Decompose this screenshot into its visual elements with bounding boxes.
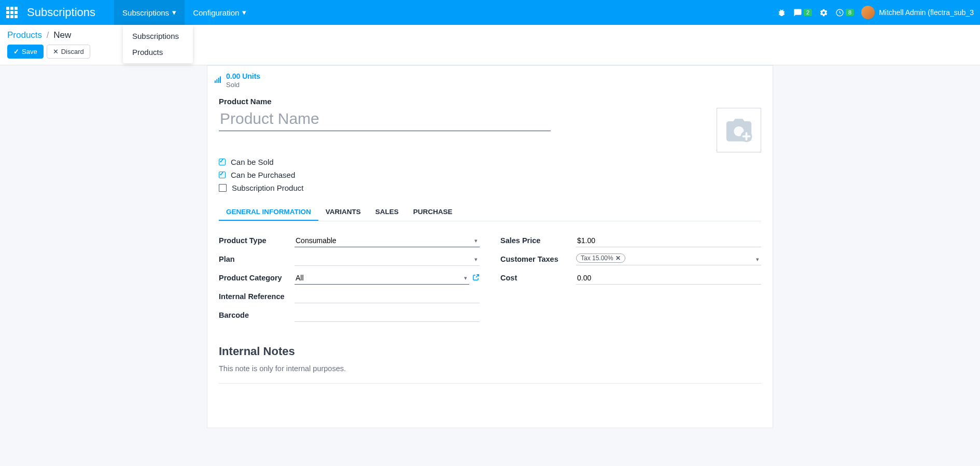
messages-icon[interactable]: 2 xyxy=(793,8,812,17)
left-column: Product Type ▾ Plan ▾ Product Category xyxy=(219,233,480,326)
nav-item-label: Subscriptions xyxy=(122,8,169,17)
label-plan: Plan xyxy=(219,255,295,264)
bars-icon xyxy=(214,76,222,86)
user-name: Mitchell Admin (flectra_sub_3 xyxy=(879,8,974,17)
bug-icon[interactable] xyxy=(777,8,786,17)
chevron-down-icon: ▾ xyxy=(756,256,759,262)
dropdown-item-subscriptions[interactable]: Subscriptions xyxy=(123,28,193,44)
subscriptions-dropdown: Subscriptions Products xyxy=(123,25,193,63)
chevron-down-icon: ▾ xyxy=(172,8,176,17)
notes-placeholder[interactable]: This note is only for internal purposes. xyxy=(219,364,761,384)
form-sheet: 0.00 Units Sold Product Name Can be Sold xyxy=(207,65,773,428)
svg-rect-4 xyxy=(220,76,221,83)
check-can-be-sold: Can be Sold xyxy=(219,158,761,166)
tag-remove-icon[interactable]: ✕ xyxy=(615,255,621,262)
checkbox-purchased[interactable] xyxy=(219,172,226,178)
title-label: Product Name xyxy=(219,97,761,106)
stat-button-row: 0.00 Units Sold xyxy=(207,66,773,91)
check-subscription-product: Subscription Product xyxy=(219,183,761,192)
navbar: Subscriptions Subscriptions ▾ Configurat… xyxy=(0,0,980,25)
nav-item-subscriptions[interactable]: Subscriptions ▾ xyxy=(114,0,185,25)
label-internal-ref: Internal Reference xyxy=(219,292,295,302)
breadcrumb-parent[interactable]: Products xyxy=(7,30,42,40)
messages-badge: 2 xyxy=(804,9,812,16)
discard-label: Discard xyxy=(61,48,84,55)
gears-icon[interactable] xyxy=(819,8,828,17)
field-product-type: Product Type ▾ xyxy=(219,233,480,248)
stat-sold[interactable]: 0.00 Units Sold xyxy=(207,70,267,91)
input-category[interactable] xyxy=(295,272,469,285)
label-barcode: Barcode xyxy=(219,310,295,320)
input-internal-ref[interactable] xyxy=(295,290,480,303)
input-product-type[interactable] xyxy=(295,234,480,247)
save-label: Save xyxy=(22,48,37,55)
chevron-down-icon: ▾ xyxy=(242,8,246,17)
activities-icon[interactable]: 8 xyxy=(835,8,854,17)
field-category: Product Category ▾ xyxy=(219,270,480,286)
navbar-right: 2 8 Mitchell Admin (flectra_sub_3 xyxy=(777,6,974,19)
tag-label: Tax 15.00% xyxy=(581,255,613,262)
user-menu[interactable]: Mitchell Admin (flectra_sub_3 xyxy=(861,6,974,19)
camera-plus-icon xyxy=(724,115,754,145)
section-internal-notes: Internal Notes xyxy=(219,345,761,358)
label-sales-price: Sales Price xyxy=(500,236,576,246)
save-button[interactable]: Save xyxy=(7,45,44,59)
label-category: Product Category xyxy=(219,273,295,283)
checkbox-subscription[interactable] xyxy=(219,184,227,192)
field-internal-reference: Internal Reference xyxy=(219,289,480,304)
svg-rect-3 xyxy=(218,78,219,83)
input-barcode[interactable] xyxy=(295,309,480,322)
field-barcode: Barcode xyxy=(219,307,480,323)
product-name-input[interactable] xyxy=(219,108,551,131)
input-cost[interactable] xyxy=(576,272,761,285)
input-plan[interactable] xyxy=(295,253,480,266)
stat-label: Sold xyxy=(226,81,260,89)
image-upload[interactable] xyxy=(717,108,761,152)
check-list: Can be Sold Can be Purchased Subscriptio… xyxy=(219,158,761,192)
apps-icon[interactable] xyxy=(6,7,18,18)
external-link-icon[interactable] xyxy=(472,274,480,283)
check-icon xyxy=(13,48,19,55)
svg-rect-1 xyxy=(215,80,216,83)
checkbox-subscription-label: Subscription Product xyxy=(232,183,303,192)
label-cost: Cost xyxy=(500,273,576,283)
label-customer-taxes: Customer Taxes xyxy=(500,255,576,264)
app-title: Subscriptions xyxy=(27,6,95,19)
tab-purchase[interactable]: PURCHASE xyxy=(406,204,460,221)
tab-variants[interactable]: VARIANTS xyxy=(318,204,368,221)
stat-value: 0.00 Units xyxy=(226,72,260,81)
form-body: Product Name Can be Sold Can be Purchase… xyxy=(207,91,773,404)
stat-text: 0.00 Units Sold xyxy=(226,72,260,89)
nav-item-configuration[interactable]: Configuration ▾ xyxy=(185,0,255,25)
dropdown-item-products[interactable]: Products xyxy=(123,44,193,60)
form-grid: Product Type ▾ Plan ▾ Product Category xyxy=(219,233,761,326)
input-sales-price[interactable] xyxy=(576,234,761,247)
checkbox-sold-label: Can be Sold xyxy=(231,158,274,166)
nav-menu: Subscriptions ▾ Configuration ▾ xyxy=(114,0,255,25)
breadcrumb-separator: / xyxy=(47,30,49,40)
breadcrumb-current: New xyxy=(53,30,71,40)
check-can-be-purchased: Can be Purchased xyxy=(219,171,761,179)
title-row xyxy=(219,108,761,152)
right-column: Sales Price Customer Taxes Tax 15.00% ✕ … xyxy=(500,233,761,326)
field-customer-taxes: Customer Taxes Tax 15.00% ✕ ▾ xyxy=(500,251,761,267)
tag-tax: Tax 15.00% ✕ xyxy=(576,253,625,263)
svg-rect-2 xyxy=(216,79,217,82)
checkbox-sold[interactable] xyxy=(219,159,226,165)
tab-sales[interactable]: SALES xyxy=(368,204,406,221)
tab-general[interactable]: GENERAL INFORMATION xyxy=(219,204,318,221)
tabs: GENERAL INFORMATION VARIANTS SALES PURCH… xyxy=(219,204,761,221)
field-cost: Cost xyxy=(500,270,761,286)
avatar xyxy=(861,6,875,19)
nav-item-label: Configuration xyxy=(193,8,239,17)
label-product-type: Product Type xyxy=(219,236,295,246)
activities-badge: 8 xyxy=(846,9,854,16)
checkbox-purchased-label: Can be Purchased xyxy=(231,171,295,179)
field-plan: Plan ▾ xyxy=(219,251,480,267)
discard-button[interactable]: Discard xyxy=(47,45,90,59)
field-sales-price: Sales Price xyxy=(500,233,761,248)
close-icon xyxy=(53,48,59,55)
